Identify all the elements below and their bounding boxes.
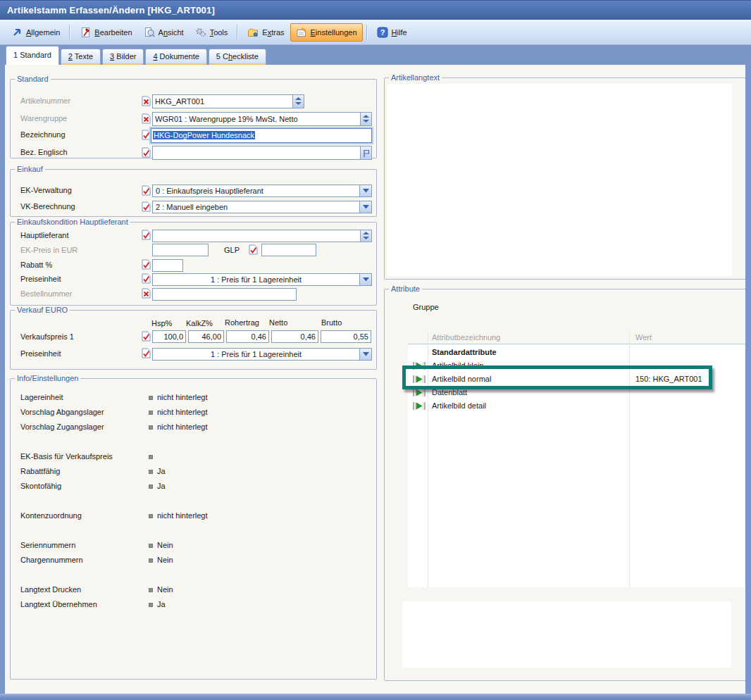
attribute-group-legend: Attribute [389, 285, 422, 293]
warengruppe-spinner[interactable] [360, 112, 372, 126]
warengruppe-input[interactable] [152, 112, 361, 126]
dropdown-icon[interactable] [359, 349, 371, 360]
attr-col-header-wert: Wert [635, 333, 652, 342]
attribute-group: Attribute Gruppe Attributbezeichnung Wer… [384, 289, 751, 681]
window-title: Artikelstamm Erfassen/Ändern [HKG_ART001… [7, 5, 215, 15]
info-group: Info/Einstellungen Lagereinheit nicht hi… [10, 378, 377, 680]
hauptlieferant-label: Hauptlieferant [20, 231, 69, 239]
attr-row-artikelbild-detail[interactable]: Artikelbild detail [408, 399, 751, 413]
bez-englisch-input[interactable] [152, 146, 361, 160]
bestellnummer-label: Bestellnummer [20, 289, 72, 298]
dropdown-icon[interactable] [359, 201, 371, 213]
info-label: Vorschlag Abgangslager [20, 408, 104, 416]
preiseinheit-vk-label: Preiseinheit [20, 349, 61, 358]
flag-button[interactable] [360, 146, 372, 160]
bullet-icon [149, 588, 153, 592]
tab-checkliste[interactable]: 5 Checkliste [209, 49, 266, 65]
toolbar-item-label: Ansicht [159, 28, 184, 37]
folder-icon [247, 27, 259, 38]
attribute-play-icon [413, 402, 426, 410]
bullet-icon [149, 558, 153, 563]
netto-input[interactable] [271, 330, 318, 343]
note-pencil-icon [296, 27, 307, 38]
artikellangtext-group: Artikellangtext [384, 77, 751, 280]
tab-dokumente[interactable]: 4 Dokumente [145, 49, 206, 65]
hauptlieferant-spinner[interactable] [360, 230, 372, 242]
info-label: Rabattfähig [20, 467, 60, 475]
info-label: Seriennummern [20, 541, 75, 549]
ek-preis-label: EK-Preis in EUR [20, 246, 77, 254]
doc-x-icon [142, 113, 151, 124]
artikelnummer-spinner[interactable] [292, 94, 304, 108]
ek-preis-input[interactable] [152, 244, 209, 256]
rohertrag-input[interactable] [226, 330, 269, 343]
bullet-icon [149, 396, 153, 400]
artikellangtext-group-legend: Artikellangtext [389, 73, 442, 82]
artikelnummer-input[interactable] [152, 94, 293, 108]
dropdown-icon[interactable] [359, 274, 371, 285]
einkaufskondition-group: Einkaufskondition Hauptlieferant Hauptli… [10, 222, 377, 306]
standard-group: Standard Artikelnummer Warengruppe Bezei… [10, 79, 377, 158]
doc-check-icon [142, 201, 151, 212]
gruppe-label: Gruppe [413, 303, 439, 311]
einkaufskondition-group-legend: Einkaufskondition Hauptlieferant [15, 218, 130, 226]
info-value: Ja [157, 467, 166, 475]
toolbar-separator [366, 25, 368, 40]
toolbar-item-ansicht[interactable]: Ansicht [138, 23, 190, 42]
bullet-icon [149, 603, 153, 607]
tab-texte[interactable]: 2 Texte [61, 49, 101, 65]
info-value: Ja [157, 600, 166, 608]
doc-x-icon [142, 96, 151, 106]
toolbar-separator [69, 25, 70, 40]
attribute-preview-panel [402, 601, 731, 668]
attr-row-standardattribute[interactable]: Standardattribute [408, 346, 751, 359]
hsp-input[interactable] [152, 330, 186, 343]
tabstrip: 1 Standard 2 Texte 3 Bilder 4 Dokumente … [6, 46, 266, 65]
bullet-icon [149, 455, 153, 459]
glp-input[interactable] [261, 244, 316, 256]
toolbar-item-hilfe[interactable]: ? Hilfe [371, 23, 413, 42]
preiseinheit-ek-select[interactable]: 1 : Preis für 1 Lagereinheit [152, 273, 372, 286]
info-value: nicht hinterlegt [157, 423, 208, 431]
vk-berechnung-select[interactable]: 2 : Manuell eingeben [152, 201, 372, 213]
dropdown-icon[interactable] [359, 185, 371, 196]
col-header-netto: Netto [269, 318, 287, 327]
toolbar-item-tools[interactable]: Tools [190, 23, 234, 42]
ek-verwaltung-label: EK-Verwaltung [20, 186, 72, 194]
col-header-rohertrag: Rohertrag [225, 318, 259, 327]
svg-text:?: ? [380, 28, 385, 37]
titlebar[interactable]: Artikelstamm Erfassen/Ändern [HKG_ART001… [0, 0, 751, 20]
warengruppe-label: Warengruppe [20, 114, 67, 123]
einkauf-group-legend: Einkauf [15, 165, 45, 173]
doc-check-icon [142, 230, 151, 240]
bezeichnung-input[interactable]: HKG-DogPower Hundesnack [151, 128, 372, 143]
hammer-document-icon [80, 27, 91, 38]
toolbar-item-einstellungen[interactable]: Einstellungen [290, 23, 363, 42]
info-label: Vorschlag Zugangslager [20, 423, 104, 431]
info-label: Lagereinheit [20, 393, 63, 401]
tab-bilder[interactable]: 3 Bilder [102, 49, 144, 65]
rabatt-input[interactable] [152, 259, 183, 272]
hauptlieferant-input[interactable] [152, 230, 361, 242]
brutto-input[interactable] [321, 330, 371, 343]
verkauf-group-legend: Verkauf EURO [15, 306, 70, 314]
info-value: nicht hinterlegt [157, 393, 208, 401]
toolbar-item-bearbeiten[interactable]: Bearbeiten [74, 23, 137, 42]
toolbar-item-extras[interactable]: Extras [242, 23, 290, 42]
ek-verwaltung-select[interactable]: 0 : Einkaufspreis Hauptlieferant [152, 185, 372, 197]
verkauf-group: Verkauf EURO Hsp% KalkZ% Rohertrag Netto… [10, 310, 377, 370]
preiseinheit-vk-select[interactable]: 1 : Preis für 1 Lagereinheit [152, 348, 372, 361]
toolbar-separator [237, 25, 238, 40]
artikellangtext-textarea[interactable] [387, 84, 732, 276]
bestellnummer-input[interactable] [152, 288, 297, 301]
doc-check-icon [142, 147, 151, 158]
info-label: EK-Basis für Verkaufspreis [20, 452, 113, 461]
bez-englisch-label: Bez. Englisch [20, 148, 68, 156]
info-label: Kontenzuordnung [20, 511, 82, 520]
window-frame-left [0, 45, 5, 700]
tab-standard[interactable]: 1 Standard [6, 46, 59, 65]
application-window: Artikelstamm Erfassen/Ändern [HKG_ART001… [0, 0, 751, 700]
kalkz-input[interactable] [188, 330, 224, 343]
bezeichnung-label: Bezeichnung [20, 130, 66, 139]
toolbar-item-allgemein[interactable]: Allgemein [6, 23, 66, 42]
